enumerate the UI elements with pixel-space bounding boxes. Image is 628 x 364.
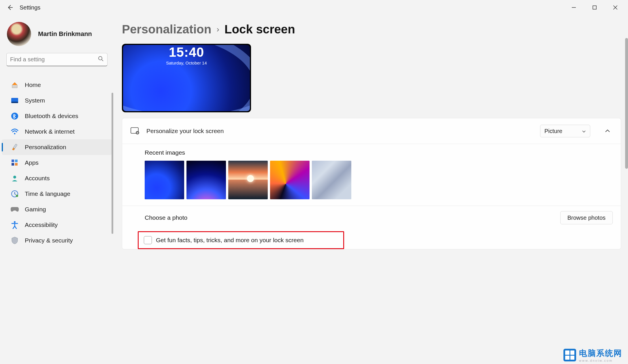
sidebar: Martin Brinkmann Home System Bluetooth & xyxy=(0,15,114,364)
sidebar-item-system[interactable]: System xyxy=(2,93,112,108)
sidebar-item-accessibility[interactable]: Accessibility xyxy=(2,217,112,233)
chevron-right-icon: › xyxy=(216,25,219,34)
lockscreen-preview: 15:40 Saturday, October 14 xyxy=(122,44,251,112)
nav-label: Privacy & security xyxy=(25,237,73,244)
svg-point-8 xyxy=(11,113,18,120)
sidebar-item-gaming[interactable]: Gaming xyxy=(2,202,112,217)
nav-label: Accounts xyxy=(25,175,50,182)
accessibility-icon xyxy=(10,221,19,229)
minimize-button[interactable] xyxy=(563,0,584,15)
avatar xyxy=(7,22,31,46)
search-input[interactable] xyxy=(10,56,98,63)
svg-point-15 xyxy=(13,176,16,179)
shield-icon xyxy=(10,236,19,245)
home-icon xyxy=(10,81,19,89)
maximize-icon xyxy=(593,5,597,10)
browse-photos-button[interactable]: Browse photos xyxy=(560,211,613,224)
system-icon xyxy=(10,96,19,105)
sidebar-item-network[interactable]: Network & internet xyxy=(2,124,112,139)
fun-facts-checkbox[interactable] xyxy=(144,236,152,244)
svg-point-17 xyxy=(16,195,18,197)
svg-rect-14 xyxy=(15,163,18,166)
background-type-dropdown[interactable]: Picture xyxy=(540,125,590,137)
titlebar: Settings xyxy=(0,0,628,15)
nav-label: Bluetooth & devices xyxy=(25,113,78,120)
sidebar-scrollbar[interactable] xyxy=(112,93,113,234)
main-scrollbar[interactable] xyxy=(625,38,628,169)
watermark-title: 电脑系统网 xyxy=(579,348,622,359)
chevron-down-icon xyxy=(582,128,586,134)
sidebar-item-bluetooth[interactable]: Bluetooth & devices xyxy=(2,108,112,124)
svg-rect-7 xyxy=(11,102,18,103)
nav-label: Network & internet xyxy=(25,128,75,135)
preview-date: Saturday, October 14 xyxy=(166,60,207,65)
sidebar-item-accounts[interactable]: Accounts xyxy=(2,170,112,186)
recent-image-thumbnail[interactable] xyxy=(186,161,226,199)
svg-rect-11 xyxy=(12,160,14,162)
personalize-card: Personalize your lock screen Picture Rec… xyxy=(122,118,621,249)
nav-label: Personalization xyxy=(25,144,66,151)
recent-image-thumbnail[interactable] xyxy=(145,161,184,199)
nav-label: Apps xyxy=(25,159,39,166)
choose-photo-label: Choose a photo xyxy=(145,214,560,221)
person-icon xyxy=(10,174,19,183)
recent-images-label: Recent images xyxy=(145,149,613,156)
sidebar-item-personalization[interactable]: Personalization xyxy=(2,139,112,155)
nav-list: Home System Bluetooth & devices Network … xyxy=(0,72,114,248)
clock-icon xyxy=(10,189,19,198)
maximize-button[interactable] xyxy=(584,0,605,15)
svg-rect-10 xyxy=(13,144,17,149)
fun-facts-label: Get fun facts, tips, tricks, and more on… xyxy=(156,237,303,244)
personalize-title: Personalize your lock screen xyxy=(146,128,533,134)
paintbrush-icon xyxy=(10,143,19,151)
svg-rect-1 xyxy=(593,6,596,9)
nav-label: Gaming xyxy=(25,206,46,213)
svg-rect-13 xyxy=(12,163,14,166)
bluetooth-icon xyxy=(10,112,19,120)
wifi-icon xyxy=(10,127,19,136)
window-controls xyxy=(563,0,626,15)
watermark: 电脑系统网 www.dnxtw.com xyxy=(563,348,622,362)
apps-icon xyxy=(10,158,19,167)
minimize-icon xyxy=(572,5,576,10)
app-title: Settings xyxy=(20,4,40,11)
sidebar-item-privacy[interactable]: Privacy & security xyxy=(2,233,112,248)
username: Martin Brinkmann xyxy=(38,30,92,38)
lockscreen-icon xyxy=(130,126,139,136)
dropdown-value: Picture xyxy=(544,128,562,134)
choose-photo-row: Choose a photo Browse photos xyxy=(122,206,621,230)
watermark-logo-icon xyxy=(563,349,576,361)
svg-point-18 xyxy=(14,221,16,223)
nav-label: Accessibility xyxy=(25,221,58,228)
sidebar-item-apps[interactable]: Apps xyxy=(2,155,112,170)
preview-clock: 15:40 xyxy=(166,44,207,60)
search-box[interactable] xyxy=(6,53,108,66)
svg-point-4 xyxy=(99,56,102,60)
button-label: Browse photos xyxy=(567,215,606,221)
nav-label: System xyxy=(25,97,45,104)
search-icon xyxy=(98,56,104,63)
sidebar-item-time[interactable]: Time & language xyxy=(2,186,112,202)
svg-rect-12 xyxy=(15,160,18,162)
arrow-left-icon xyxy=(6,4,13,11)
breadcrumb: Personalization › Lock screen xyxy=(122,15,623,44)
back-button[interactable] xyxy=(2,0,17,15)
recent-image-thumbnail[interactable] xyxy=(228,161,268,199)
sidebar-item-home[interactable]: Home xyxy=(2,77,112,93)
profile-block[interactable]: Martin Brinkmann xyxy=(0,19,114,53)
recent-image-thumbnail[interactable] xyxy=(312,161,351,199)
fun-facts-row-highlighted: Get fun facts, tips, tricks, and more on… xyxy=(138,231,344,249)
gamepad-icon xyxy=(10,205,19,214)
breadcrumb-current: Lock screen xyxy=(225,22,295,36)
svg-point-9 xyxy=(14,133,16,134)
recent-images-section: Recent images xyxy=(122,144,621,206)
svg-line-5 xyxy=(102,60,103,61)
collapse-button[interactable] xyxy=(602,129,613,133)
nav-label: Time & language xyxy=(25,190,70,197)
breadcrumb-parent[interactable]: Personalization xyxy=(122,22,211,36)
chevron-up-icon xyxy=(605,129,610,133)
recent-image-thumbnail[interactable] xyxy=(270,161,310,199)
close-button[interactable] xyxy=(605,0,626,15)
close-icon xyxy=(613,5,617,10)
nav-label: Home xyxy=(25,81,41,88)
